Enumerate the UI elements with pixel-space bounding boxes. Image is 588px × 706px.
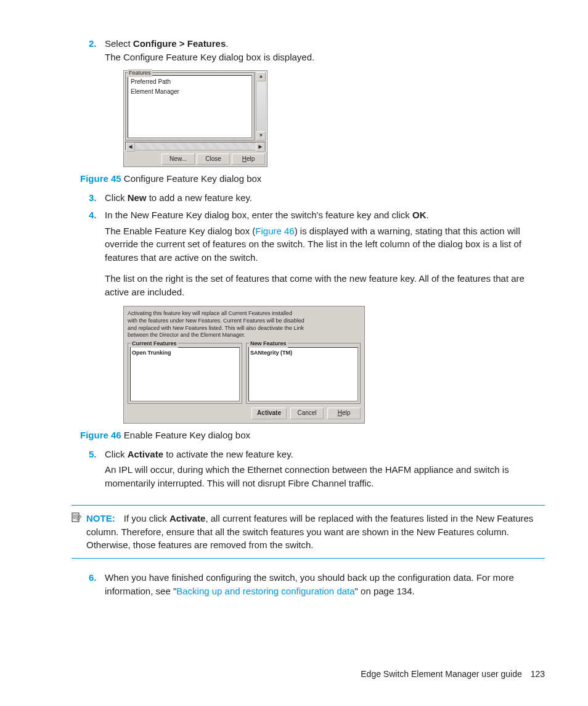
step-6: 6. When you have finished configuring th… — [80, 571, 545, 598]
text: The list on the right is the set of feat… — [105, 272, 545, 299]
warning-text: Activating this feature key will replace… — [128, 310, 361, 339]
text: . — [226, 38, 228, 49]
horizontal-scrollbar[interactable]: ◄ ► — [125, 142, 266, 150]
page-footer: Edge Switch Element Manager user guide 1… — [361, 669, 545, 679]
text: An IPL will occur, during which the Ethe… — [105, 463, 545, 490]
figure-label: Figure 45 — [80, 173, 121, 184]
close-button[interactable]: Close — [197, 154, 230, 165]
bold-text: Activate — [169, 513, 205, 523]
text: The Configure Feature Key dialog box is … — [105, 52, 314, 62]
cancel-button[interactable]: Cancel — [290, 408, 324, 419]
menu-path-bold: Configure > Features — [133, 38, 226, 49]
list-item[interactable]: Element Manager — [129, 87, 250, 97]
footer-title: Edge Switch Element Manager user guide — [361, 669, 521, 679]
figure-caption-text: Enable Feature Key dialog box — [121, 430, 250, 440]
fieldset-legend: Features — [128, 69, 152, 77]
text: Click — [105, 192, 128, 203]
bold-text: OK — [412, 210, 427, 220]
help-button[interactable]: Help — [232, 154, 265, 165]
text: Select — [105, 38, 133, 49]
activate-button[interactable]: Activate — [251, 408, 287, 419]
step-number: 2. — [89, 37, 97, 51]
list-item[interactable]: Preferred Path — [129, 77, 250, 88]
step-4: 4. In the New Feature Key dialog box, en… — [80, 208, 545, 424]
note-label: NOTE: — [86, 513, 115, 523]
help-button[interactable]: Help — [327, 408, 361, 419]
new-button[interactable]: New... — [161, 154, 195, 165]
fieldset-legend: Current Features — [131, 340, 178, 348]
step-number: 4. — [89, 208, 97, 222]
scroll-up-icon[interactable]: ▲ — [256, 72, 266, 81]
figure-45-caption: Figure 45 Configure Feature Key dialog b… — [80, 173, 545, 184]
step-number: 3. — [89, 191, 97, 205]
bold-text: New — [128, 192, 147, 203]
scroll-down-icon[interactable]: ▼ — [256, 131, 266, 141]
text: Click — [105, 449, 128, 459]
text: In the New Feature Key dialog box, enter… — [105, 210, 412, 220]
new-features-list[interactable]: SANtegrity (TM) — [248, 347, 358, 401]
text: The Enable Feature Key dialog box ( — [105, 226, 255, 236]
scroll-left-icon[interactable]: ◄ — [126, 142, 135, 152]
text: If you click — [124, 513, 169, 523]
features-list[interactable]: Preferred Path Element Manager — [128, 75, 252, 138]
figure-label: Figure 46 — [80, 430, 121, 440]
step-number: 5. — [89, 448, 97, 461]
current-features-list[interactable]: Open Trunking — [130, 347, 240, 401]
page-number: 123 — [531, 669, 545, 679]
new-features-fieldset: New Features SANtegrity (TM) — [246, 343, 361, 404]
list-item[interactable]: Open Trunking — [132, 349, 238, 357]
text: to activate the new feature key. — [163, 449, 293, 459]
configure-feature-key-dialog: Features Preferred Path Element Manager … — [123, 70, 267, 168]
step-number: 6. — [89, 571, 97, 585]
text: . — [426, 210, 428, 220]
enable-feature-key-dialog: Activating this feature key will replace… — [123, 306, 365, 423]
features-fieldset: Features Preferred Path Element Manager — [125, 72, 255, 141]
figure-caption-text: Configure Feature Key dialog box — [121, 173, 262, 184]
text: to add a new feature key. — [147, 192, 253, 203]
step-5: 5. Click Activate to activate the new fe… — [80, 448, 545, 490]
vertical-scrollbar[interactable]: ▲ ▼ — [256, 72, 266, 141]
step-2: 2. Select Configure > Features. The Conf… — [80, 37, 545, 167]
scroll-right-icon[interactable]: ► — [256, 142, 265, 152]
note-icon — [71, 512, 83, 552]
fieldset-legend: New Features — [249, 340, 288, 348]
figure-46-link[interactable]: Figure 46 — [255, 226, 294, 236]
backup-link[interactable]: Backing up and restoring configuration d… — [176, 586, 354, 596]
bold-text: Activate — [128, 449, 163, 459]
list-item[interactable]: SANtegrity (TM) — [250, 349, 356, 357]
current-features-fieldset: Current Features Open Trunking — [128, 343, 242, 404]
note-block: NOTE: If you click Activate, all current… — [71, 505, 545, 559]
step-3: 3. Click New to add a new feature key. — [80, 191, 545, 205]
text: " on page 134. — [355, 586, 415, 596]
figure-46-caption: Figure 46 Enable Feature Key dialog box — [80, 430, 545, 440]
